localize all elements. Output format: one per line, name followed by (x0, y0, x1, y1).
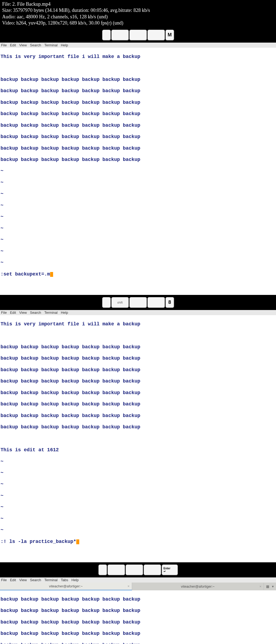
terminal-pane[interactable]: This is very important file i will make … (0, 48, 276, 295)
terminal-pane[interactable]: This is very important file i will make … (0, 315, 276, 562)
text-line: backup backup backup backup backup backu… (1, 401, 275, 407)
command-line: :set backupext=.m (1, 271, 50, 277)
menu-file[interactable]: File (1, 43, 7, 47)
text-line: This is very important file i will make … (1, 321, 275, 327)
text-line: backup backup backup backup backup backu… (1, 631, 275, 636)
text-line: backup backup backup backup backup backu… (1, 88, 275, 94)
menu-edit[interactable]: Edit (10, 578, 16, 582)
tilde-line: ~ (1, 180, 275, 185)
text-line: backup backup backup backup backup backu… (1, 111, 275, 117)
tilde-line: ~ (1, 191, 275, 197)
text-line: backup backup backup backup backup backu… (1, 134, 275, 140)
close-icon[interactable]: × (259, 584, 261, 588)
keycap-blank (147, 30, 165, 40)
terminal-menubar[interactable]: File Edit View Search Terminal Help (0, 310, 276, 315)
text-line: backup backup backup backup backup backu… (1, 608, 275, 614)
tilde-line: ~ (1, 237, 275, 243)
keycap-m: M (165, 30, 174, 40)
dropdown-icon[interactable]: ▾ (272, 584, 274, 588)
tilde-line: ~ (1, 516, 275, 522)
keycap-blank (102, 30, 111, 40)
text-line: backup backup backup backup backup backu… (1, 100, 275, 105)
menu-view[interactable]: View (19, 311, 27, 315)
menu-search[interactable]: Search (30, 43, 41, 47)
text-line: backup backup backup backup backup backu… (1, 597, 275, 602)
keycap-overlay: shift 8 (0, 295, 276, 310)
keycap-overlay: Enter↵ (0, 562, 276, 577)
text-line: backup backup backup backup backup backu… (1, 344, 275, 350)
text-line: This is very important file i will make … (1, 54, 275, 60)
text-line: backup backup backup backup backup backu… (1, 390, 275, 396)
close-icon[interactable]: × (127, 584, 130, 588)
keycap-overlay: M (0, 27, 276, 43)
menu-help[interactable]: Help (61, 311, 68, 315)
tilde-line: ~ (1, 481, 275, 487)
tilde-line: ~ (1, 527, 275, 533)
cursor (76, 539, 79, 544)
tilde-line: ~ (1, 493, 275, 499)
text-line: backup backup backup backup backup backu… (1, 378, 275, 384)
keycap-blank (129, 30, 147, 40)
text-line: backup backup backup backup backup backu… (1, 642, 275, 644)
new-tab-icon[interactable]: ▦ (266, 584, 269, 588)
keycap-enter: Enter↵ (162, 564, 178, 575)
text-line: backup backup backup backup backup backu… (1, 356, 275, 361)
menu-terminal[interactable]: Terminal (44, 311, 58, 315)
terminal-tab[interactable]: viteacher@afortiger:~× (132, 583, 264, 590)
menu-view[interactable]: View (19, 43, 27, 47)
keycap-blank (129, 297, 147, 308)
terminal-pane[interactable]: backup backup backup backup backup backu… (0, 590, 276, 644)
terminal-tab[interactable]: viteacher@afortiger:~× (0, 583, 132, 590)
keycap-blank (102, 297, 111, 308)
tilde-line: ~ (1, 470, 275, 476)
file-info-line: File: 2. File Backup.mp4 (2, 1, 274, 7)
terminal-menubar[interactable]: File Edit View Search Terminal Tabs Help (0, 577, 276, 583)
text-line: This is edit at 1612 (1, 447, 275, 453)
audio-info-line: Audio: aac, 48000 Hz, 2 channels, s16, 1… (2, 14, 274, 20)
tilde-line: ~ (1, 168, 275, 174)
tilde-line: ~ (1, 504, 275, 510)
keycap-blank (111, 30, 129, 40)
keycap-blank (144, 564, 161, 575)
text-line: backup backup backup backup backup backu… (1, 424, 275, 430)
tilde-line: ~ (1, 459, 275, 464)
command-line: :! ls -la practice_backup* (1, 539, 76, 544)
menu-help[interactable]: Help (71, 578, 79, 582)
menu-search[interactable]: Search (30, 578, 41, 582)
terminal-menubar[interactable]: File Edit View Search Terminal Help (0, 43, 276, 48)
cursor (50, 272, 53, 277)
menu-tabs[interactable]: Tabs (61, 578, 68, 582)
text-line: backup backup backup backup backup backu… (1, 146, 275, 151)
text-line: backup backup backup backup backup backu… (1, 157, 275, 163)
keycap-blank (98, 564, 107, 575)
menu-view[interactable]: View (19, 578, 27, 582)
menu-file[interactable]: File (1, 578, 7, 582)
tilde-line: ~ (1, 226, 275, 231)
text-line: backup backup backup backup backup backu… (1, 413, 275, 419)
size-info-line: Size: 35797970 bytes (34.14 MiB), durati… (2, 7, 274, 13)
keycap-blank (147, 297, 165, 308)
menu-terminal[interactable]: Terminal (44, 578, 58, 582)
video-info-line: Video: h264, yuv420p, 1280x720, 689 kb/s… (2, 20, 274, 26)
tilde-line: ~ (1, 260, 275, 266)
text-line: backup backup backup backup backup backu… (1, 123, 275, 128)
text-line: backup backup backup backup backup backu… (1, 367, 275, 373)
keycap-shift: shift (111, 297, 129, 308)
text-line: backup backup backup backup backup backu… (1, 77, 275, 82)
keycap-blank (126, 564, 143, 575)
keycap-blank (108, 564, 125, 575)
menu-edit[interactable]: Edit (10, 43, 16, 47)
menu-help[interactable]: Help (61, 43, 68, 47)
tilde-line: ~ (1, 214, 275, 220)
menu-search[interactable]: Search (30, 311, 41, 315)
keycap-8: 8 (165, 297, 174, 308)
terminal-tabbar[interactable]: viteacher@afortiger:~× viteacher@afortig… (0, 583, 276, 590)
tilde-line: ~ (1, 249, 275, 254)
menu-file[interactable]: File (1, 311, 7, 315)
menu-edit[interactable]: Edit (10, 311, 16, 315)
text-line: backup backup backup backup backup backu… (1, 619, 275, 625)
tilde-line: ~ (1, 203, 275, 208)
menu-terminal[interactable]: Terminal (44, 43, 58, 47)
